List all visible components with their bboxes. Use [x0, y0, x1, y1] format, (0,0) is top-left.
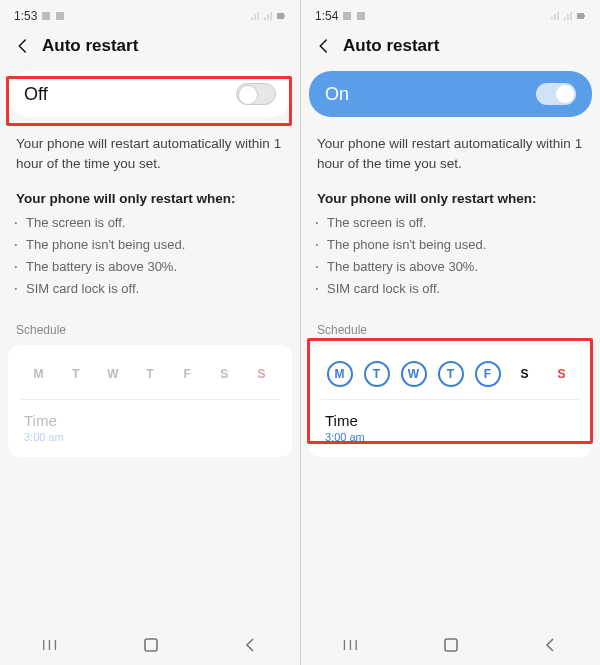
nav-recents-icon[interactable]: III: [42, 637, 60, 653]
nav-recents-icon[interactable]: III: [343, 637, 361, 653]
list-item: The battery is above 30%.: [327, 256, 584, 278]
master-toggle-card[interactable]: On: [309, 71, 592, 117]
conditions-heading: Your phone will only restart when:: [0, 177, 300, 212]
day-picker: M T W T F S S: [321, 357, 580, 400]
statusbar: 1:53: [0, 0, 300, 28]
android-navbar: III: [0, 625, 300, 665]
day-thu[interactable]: T: [137, 361, 163, 387]
day-thu[interactable]: T: [438, 361, 464, 387]
back-icon[interactable]: [315, 37, 333, 55]
svg-rect-7: [577, 13, 584, 19]
toggle-state-label: Off: [24, 84, 48, 105]
svg-rect-9: [445, 639, 457, 651]
day-sun[interactable]: S: [248, 361, 274, 387]
phone-right: 1:54 Auto restart On Your phone will res…: [300, 0, 600, 665]
conditions-list: The screen is off. The phone isn't being…: [0, 212, 300, 310]
nav-home-icon[interactable]: [143, 637, 159, 653]
phone-left: 1:53 Auto restart Off Your phone will re…: [0, 0, 300, 665]
header: Auto restart: [301, 28, 600, 68]
list-item: SIM card lock is off.: [26, 278, 284, 300]
day-mon[interactable]: M: [26, 361, 52, 387]
day-sat[interactable]: S: [512, 361, 538, 387]
list-item: The phone isn't being used.: [26, 234, 284, 256]
image-icon: [356, 11, 366, 21]
statusbar: 1:54: [301, 0, 600, 28]
list-item: The battery is above 30%.: [26, 256, 284, 278]
svg-rect-5: [343, 12, 351, 20]
day-sun[interactable]: S: [549, 361, 575, 387]
day-fri[interactable]: F: [475, 361, 501, 387]
day-fri[interactable]: F: [174, 361, 200, 387]
time-value: 3:00 am: [325, 431, 576, 443]
image-icon: [41, 11, 51, 21]
signal-icon: [263, 11, 273, 21]
nav-home-icon[interactable]: [443, 637, 459, 653]
status-time: 1:53: [14, 9, 37, 23]
image-icon: [342, 11, 352, 21]
image-icon: [55, 11, 65, 21]
day-picker: M T W T F S S: [20, 357, 280, 400]
conditions-list: The screen is off. The phone isn't being…: [301, 212, 600, 310]
header: Auto restart: [0, 28, 300, 68]
battery-icon: [276, 11, 286, 21]
time-value: 3:00 am: [24, 431, 276, 443]
toggle-state-label: On: [325, 84, 349, 105]
list-item: SIM card lock is off.: [327, 278, 584, 300]
description-text: Your phone will restart automatically wi…: [0, 120, 300, 177]
battery-icon: [576, 11, 586, 21]
time-picker[interactable]: Time 3:00 am: [20, 400, 280, 443]
signal-icon: [250, 11, 260, 21]
page-title: Auto restart: [42, 36, 138, 56]
nav-back-icon[interactable]: [542, 637, 558, 653]
day-wed[interactable]: W: [401, 361, 427, 387]
signal-icon: [550, 11, 560, 21]
time-label: Time: [325, 412, 576, 429]
svg-rect-3: [284, 15, 285, 17]
svg-rect-6: [357, 12, 365, 20]
master-toggle-card[interactable]: Off: [8, 71, 292, 117]
schedule-card: M T W T F S S Time 3:00 am: [8, 345, 292, 457]
list-item: The screen is off.: [327, 212, 584, 234]
list-item: The screen is off.: [26, 212, 284, 234]
description-text: Your phone will restart automatically wi…: [301, 120, 600, 177]
status-time: 1:54: [315, 9, 338, 23]
svg-rect-0: [42, 12, 50, 20]
day-sat[interactable]: S: [211, 361, 237, 387]
time-label: Time: [24, 412, 276, 429]
android-navbar: III: [301, 625, 600, 665]
schedule-card: M T W T F S S Time 3:00 am: [309, 345, 592, 457]
toggle-switch[interactable]: [236, 83, 276, 105]
conditions-heading: Your phone will only restart when:: [301, 177, 600, 212]
list-item: The phone isn't being used.: [327, 234, 584, 256]
back-icon[interactable]: [14, 37, 32, 55]
schedule-section-label: Schedule: [0, 311, 300, 345]
svg-rect-8: [584, 15, 585, 17]
day-tue[interactable]: T: [63, 361, 89, 387]
time-picker[interactable]: Time 3:00 am: [321, 400, 580, 443]
nav-back-icon[interactable]: [242, 637, 258, 653]
svg-rect-2: [277, 13, 284, 19]
day-tue[interactable]: T: [364, 361, 390, 387]
page-title: Auto restart: [343, 36, 439, 56]
svg-rect-1: [56, 12, 64, 20]
svg-rect-4: [145, 639, 157, 651]
day-mon[interactable]: M: [327, 361, 353, 387]
day-wed[interactable]: W: [100, 361, 126, 387]
toggle-switch[interactable]: [536, 83, 576, 105]
schedule-section-label: Schedule: [301, 311, 600, 345]
signal-icon: [563, 11, 573, 21]
